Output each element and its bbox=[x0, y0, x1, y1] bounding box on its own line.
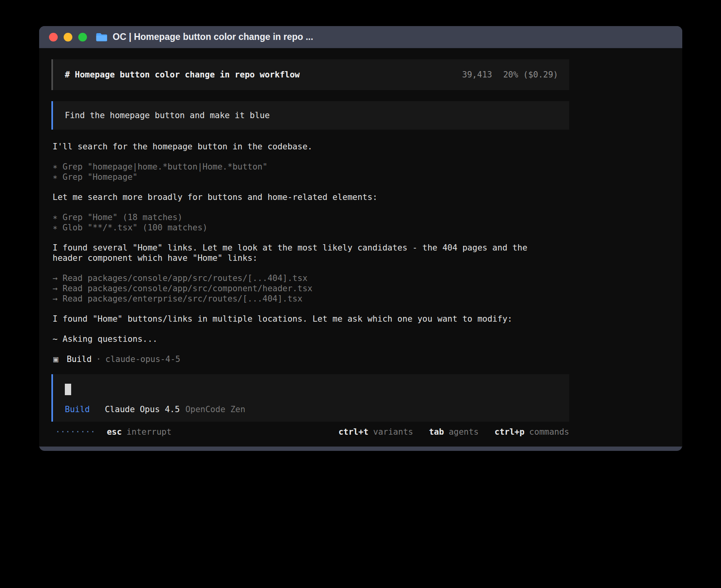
terminal-content: # Homepage button color change in repo w… bbox=[39, 48, 682, 447]
hint-commands: ctrl+p commands bbox=[495, 427, 569, 437]
hint-interrupt: esc interrupt bbox=[107, 427, 172, 437]
token-count: 39,413 bbox=[462, 70, 492, 80]
assistant-text: Let me search more broadly for buttons a… bbox=[53, 192, 561, 202]
folder-icon bbox=[96, 32, 108, 42]
input-meta: Build Claude Opus 4.5 OpenCode Zen bbox=[65, 404, 557, 415]
prompt-input[interactable]: Build Claude Opus 4.5 OpenCode Zen bbox=[51, 374, 569, 422]
terminal-window: OC | Homepage button color change in rep… bbox=[39, 26, 682, 451]
agent-model: claude-opus-4-5 bbox=[106, 354, 181, 364]
tool-call-group: → Read packages/console/app/src/routes/[… bbox=[53, 273, 569, 304]
input-provider-label: OpenCode Zen bbox=[185, 404, 245, 415]
session-stats: 39,413 20% ($0.29) bbox=[462, 70, 558, 80]
tool-call: → Read packages/console/app/src/componen… bbox=[53, 283, 569, 294]
tool-call: ∗ Grep "Home" (18 matches) bbox=[53, 212, 569, 222]
right-hints: ctrl+t variants tab agents ctrl+p comman… bbox=[338, 427, 569, 437]
session-title: # Homepage button color change in repo w… bbox=[65, 70, 300, 80]
agent-icon: ▣ bbox=[53, 354, 59, 364]
minimize-button[interactable] bbox=[64, 33, 72, 41]
user-message: Find the homepage button and make it blu… bbox=[51, 101, 569, 130]
window-titlebar: OC | Homepage button color change in rep… bbox=[39, 26, 682, 48]
agent-line: ▣ Build · claude-opus-4-5 bbox=[53, 354, 569, 364]
spinner-dots: ········ bbox=[55, 427, 95, 437]
input-model-label: Claude Opus 4.5 bbox=[105, 404, 180, 415]
tool-call: ∗ Grep "homepage|home.*button|Home.*butt… bbox=[53, 162, 569, 172]
agent-name: Build bbox=[67, 354, 92, 364]
zoom-button[interactable] bbox=[78, 33, 87, 41]
close-button[interactable] bbox=[49, 33, 58, 41]
esc-label: interrupt bbox=[126, 427, 172, 437]
assistant-text: I found several "Home" links. Let me loo… bbox=[53, 243, 561, 263]
status-bar: ········ esc interrupt ctrl+t variants t… bbox=[51, 427, 569, 437]
session-header: # Homepage button color change in repo w… bbox=[51, 59, 569, 90]
tool-call: → Read packages/console/app/src/routes/[… bbox=[53, 273, 569, 283]
tool-call-group: ∗ Grep "homepage|home.*button|Home.*butt… bbox=[53, 162, 569, 182]
title-wrap: OC | Homepage button color change in rep… bbox=[96, 32, 313, 42]
tool-call: → Read packages/enterprise/src/routes/[.… bbox=[53, 294, 569, 304]
window-title: OC | Homepage button color change in rep… bbox=[113, 32, 313, 42]
agent-separator: · bbox=[96, 354, 101, 364]
context-usage: 20% ($0.29) bbox=[503, 70, 558, 80]
assistant-text: I found "Home" buttons/links in multiple… bbox=[53, 314, 561, 324]
input-mode-label: Build bbox=[65, 404, 90, 415]
tool-call: ∗ Glob "**/*.tsx" (100 matches) bbox=[53, 222, 569, 233]
tool-call-group: ∗ Grep "Home" (18 matches) ∗ Glob "**/*.… bbox=[53, 212, 569, 233]
working-status: ~ Asking questions... bbox=[53, 334, 561, 344]
user-message-text: Find the homepage button and make it blu… bbox=[65, 110, 270, 121]
tool-call: ∗ Grep "Homepage" bbox=[53, 172, 569, 182]
hint-variants: ctrl+t variants bbox=[338, 427, 413, 437]
esc-key: esc bbox=[107, 427, 122, 437]
assistant-text: I'll search for the homepage button in t… bbox=[53, 141, 561, 152]
text-cursor bbox=[65, 384, 71, 395]
hint-agents: tab agents bbox=[429, 427, 479, 437]
traffic-lights bbox=[49, 33, 87, 41]
session-content: # Homepage button color change in repo w… bbox=[51, 59, 569, 437]
